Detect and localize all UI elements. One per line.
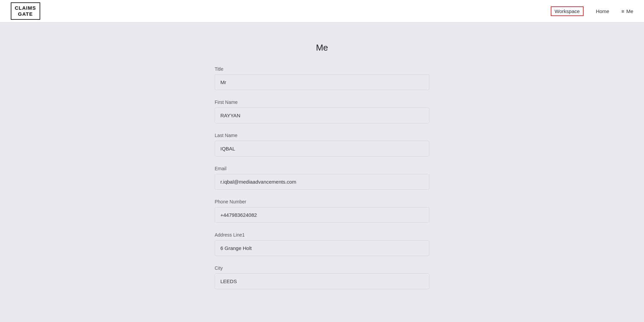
input-first_name[interactable] xyxy=(215,108,429,123)
field-group-last_name: Last Name xyxy=(215,133,429,156)
nav-me[interactable]: ≡ Me xyxy=(621,8,633,14)
label-first_name: First Name xyxy=(215,100,429,105)
label-title: Title xyxy=(215,66,429,72)
input-last_name[interactable] xyxy=(215,141,429,156)
label-email: Email xyxy=(215,166,429,171)
label-address_line1: Address Line1 xyxy=(215,232,429,238)
input-city[interactable] xyxy=(215,273,429,289)
field-group-email: Email xyxy=(215,166,429,190)
nav-me-label: Me xyxy=(626,8,633,14)
logo-line2: GATE xyxy=(18,11,33,17)
field-group-phone_number: Phone Number xyxy=(215,199,429,223)
label-last_name: Last Name xyxy=(215,133,429,138)
input-email[interactable] xyxy=(215,174,429,190)
header: CLAIMS GATE Workspace Home ≡ Me xyxy=(0,0,644,22)
fields-container: TitleFirst NameLast NameEmailPhone Numbe… xyxy=(215,66,429,289)
field-group-address_line1: Address Line1 xyxy=(215,232,429,256)
nav-workspace[interactable]: Workspace xyxy=(551,6,584,16)
input-title[interactable] xyxy=(215,74,429,90)
input-phone_number[interactable] xyxy=(215,207,429,223)
nav: Workspace Home ≡ Me xyxy=(551,6,633,16)
nav-home[interactable]: Home xyxy=(593,7,612,15)
label-phone_number: Phone Number xyxy=(215,199,429,204)
page-title: Me xyxy=(215,43,429,53)
main-content: Me TitleFirst NameLast NameEmailPhone Nu… xyxy=(0,22,644,322)
logo-line1: CLAIMS xyxy=(15,5,36,11)
field-group-title: Title xyxy=(215,66,429,90)
hamburger-icon: ≡ xyxy=(621,8,624,14)
form-container: Me TitleFirst NameLast NameEmailPhone Nu… xyxy=(215,43,429,299)
logo[interactable]: CLAIMS GATE xyxy=(11,2,40,20)
field-group-first_name: First Name xyxy=(215,100,429,123)
input-address_line1[interactable] xyxy=(215,240,429,256)
field-group-city: City xyxy=(215,265,429,289)
label-city: City xyxy=(215,265,429,271)
